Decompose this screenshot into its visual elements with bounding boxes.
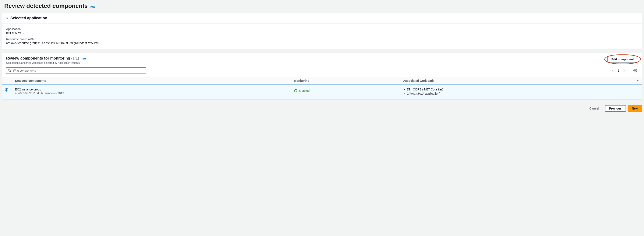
component-subtitle: i-0a0858a7fd11cd51c: windows 2019 (15, 91, 288, 95)
svg-point-0 (8, 69, 10, 71)
workload-item: DN_CORE (.NET Core tier) (407, 88, 631, 91)
edit-component-button[interactable]: Edit component (607, 56, 638, 62)
monitoring-status: Enabled (294, 89, 310, 92)
col-workloads[interactable]: Associated workloads (400, 77, 634, 85)
svg-line-1 (10, 71, 11, 72)
caret-down-icon (6, 17, 8, 19)
col-monitoring[interactable]: Monitoring (291, 77, 400, 85)
search-icon (8, 69, 11, 72)
radio-dot-icon (6, 89, 8, 91)
prev-page-button[interactable] (611, 68, 615, 73)
cancel-button[interactable]: Cancel (586, 105, 603, 111)
review-description: Components and their workloads detected … (6, 61, 86, 64)
workload-item: JAVA1 (JAVA application) (407, 92, 631, 95)
application-value: test-MW-W19 (6, 31, 638, 34)
footer-actions: Cancel Previous Next (0, 103, 644, 112)
info-link-review[interactable]: Info (81, 57, 86, 60)
svg-point-2 (635, 70, 636, 71)
check-circle-icon (294, 89, 298, 92)
col-select (2, 77, 12, 85)
svg-marker-3 (637, 80, 639, 81)
workloads-list: DN_CORE (.NET Core tier) JAVA1 (JAVA app… (407, 88, 631, 95)
next-page-button[interactable] (622, 68, 626, 73)
pagination: 1 (611, 68, 638, 73)
components-table: Detected components Monitoring Associate… (2, 77, 642, 99)
selected-application-panel: Selected application Application test-MW… (2, 13, 642, 49)
component-title: EC2 instance group (15, 88, 288, 91)
table-settings-button[interactable] (632, 68, 638, 73)
page-number: 1 (618, 69, 620, 72)
selected-application-body: Application test-MW-W19 Resource group A… (2, 23, 642, 49)
chevron-right-icon (623, 69, 625, 72)
triangle-down-icon (636, 79, 639, 82)
review-counter: (1/1) (71, 56, 79, 60)
table-row[interactable]: EC2 instance group i-0a0858a7fd11cd51c: … (2, 85, 642, 99)
arn-value: arn:aws:resource-groups:us-east-1:856960… (6, 41, 638, 45)
next-button[interactable]: Next (628, 105, 642, 112)
search-input[interactable] (6, 67, 146, 74)
row-radio[interactable] (5, 88, 8, 91)
info-link-header[interactable]: Info (90, 5, 95, 8)
gear-icon (633, 69, 637, 72)
chevron-left-icon (612, 69, 614, 72)
selected-application-title: Selected application (10, 16, 47, 20)
review-title: Review components for monitoring (1/1) (6, 56, 79, 61)
application-label: Application (6, 27, 638, 31)
review-components-panel: Review components for monitoring (1/1) I… (2, 53, 642, 99)
selected-application-header[interactable]: Selected application (2, 13, 642, 23)
col-detected[interactable]: Detected components (12, 77, 291, 85)
col-actions[interactable] (634, 77, 642, 85)
page-title: Review detected components (4, 2, 88, 9)
edit-component-highlight: Edit component (607, 56, 638, 62)
arn-label: Resource group ARN (6, 37, 638, 41)
previous-button[interactable]: Previous (605, 105, 626, 112)
